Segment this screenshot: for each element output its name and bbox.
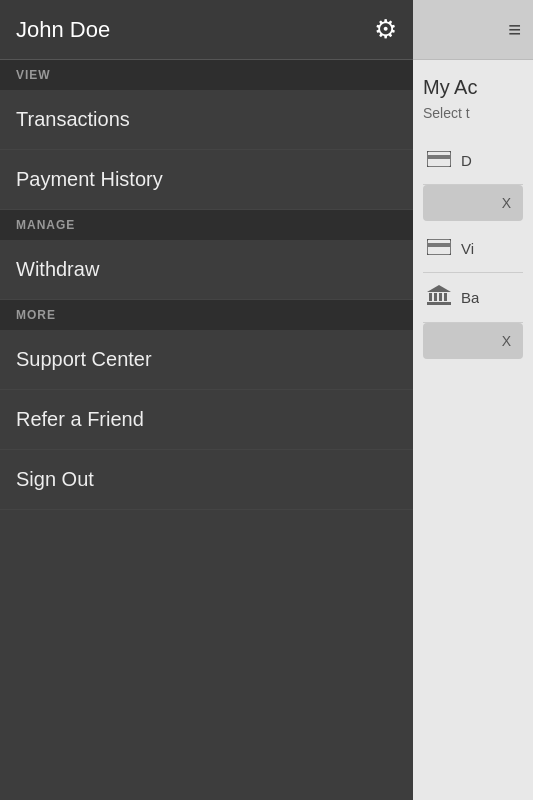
sidebar-section-manage: MANAGE	[0, 210, 413, 240]
account-selected-label-bank: X	[502, 333, 519, 349]
account-selected-label-debit: X	[502, 195, 519, 211]
sidebar-item-withdraw[interactable]: Withdraw	[0, 240, 413, 300]
svg-rect-1	[427, 155, 451, 159]
sidebar-item-payment-history[interactable]: Payment History	[0, 150, 413, 210]
right-panel-content: My Ac Select t D X Vi	[413, 60, 533, 800]
sidebar-item-sign-out[interactable]: Sign Out	[0, 450, 413, 510]
sidebar-section-more: MORE	[0, 300, 413, 330]
svg-rect-3	[427, 243, 451, 247]
sidebar-item-support-center[interactable]: Support Center	[0, 330, 413, 390]
account-label-visa: Vi	[461, 240, 474, 257]
sidebar: John Doe ⚙ VIEW Transactions Payment His…	[0, 0, 413, 800]
card-icon-visa	[427, 237, 451, 260]
sidebar-item-transactions[interactable]: Transactions	[0, 90, 413, 150]
svg-rect-7	[439, 293, 442, 301]
right-panel-title: My Ac	[423, 76, 523, 99]
svg-rect-5	[429, 293, 432, 301]
sidebar-section-view: VIEW	[0, 60, 413, 90]
sidebar-header: John Doe ⚙	[0, 0, 413, 60]
svg-rect-9	[427, 302, 451, 305]
svg-marker-4	[427, 285, 451, 292]
right-panel-header: ≡	[413, 0, 533, 60]
account-label-bank: Ba	[461, 289, 479, 306]
hamburger-icon[interactable]: ≡	[508, 19, 521, 41]
sidebar-item-refer-a-friend[interactable]: Refer a Friend	[0, 390, 413, 450]
account-item-debit[interactable]: D	[423, 137, 523, 185]
svg-rect-8	[444, 293, 447, 301]
card-icon-debit	[427, 149, 451, 172]
account-selected-debit[interactable]: X	[423, 185, 523, 221]
gear-icon[interactable]: ⚙	[374, 14, 397, 45]
account-item-bank[interactable]: Ba	[423, 273, 523, 323]
svg-rect-6	[434, 293, 437, 301]
account-selected-bank[interactable]: X	[423, 323, 523, 359]
account-label-debit: D	[461, 152, 472, 169]
bank-icon	[427, 285, 451, 310]
sidebar-username: John Doe	[16, 17, 110, 43]
account-item-visa[interactable]: Vi	[423, 225, 523, 273]
right-panel: ≡ My Ac Select t D X	[413, 0, 533, 800]
right-panel-subtitle: Select t	[423, 105, 523, 121]
